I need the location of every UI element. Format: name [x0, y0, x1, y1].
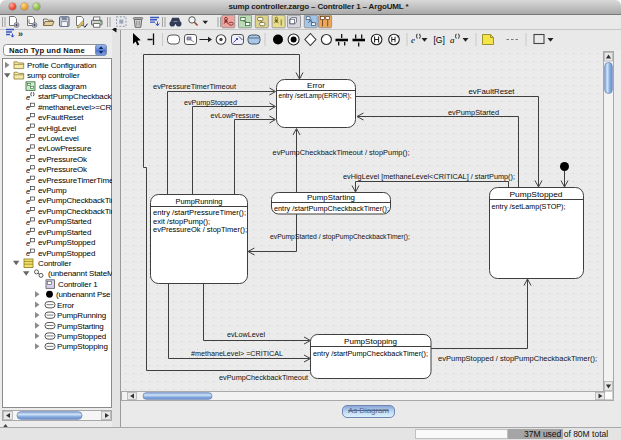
- svg-text:»: »: [18, 29, 23, 39]
- svg-text:a: a: [450, 35, 455, 45]
- svg-text:[G]: [G]: [434, 35, 445, 45]
- svg-text:e: e: [411, 35, 415, 45]
